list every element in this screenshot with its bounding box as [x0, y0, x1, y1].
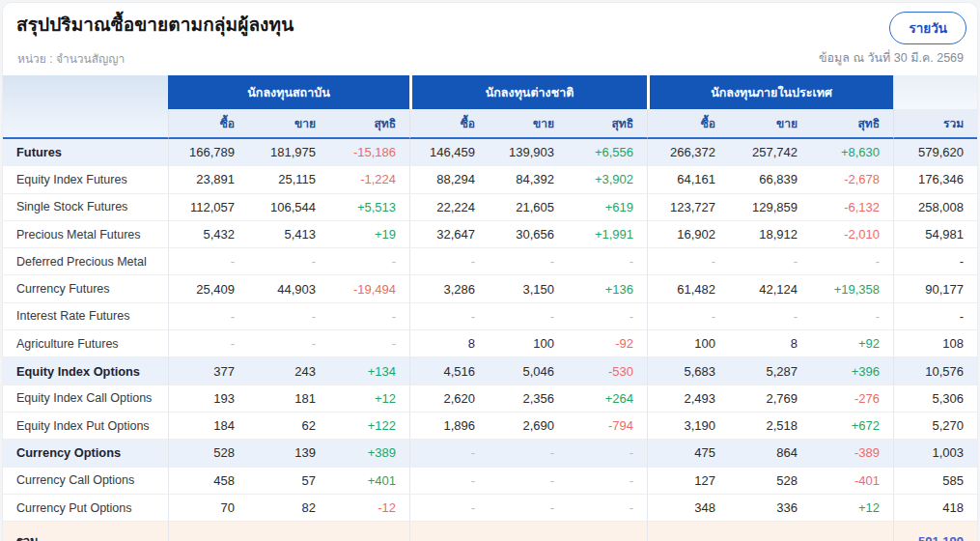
cell-institution-net: -19,494: [329, 275, 409, 302]
table-row: Currency Call Options45857+401---127528-…: [3, 468, 977, 495]
cell-institution-buy: 458: [168, 468, 248, 495]
cell-foreign-net: +6,556: [568, 139, 647, 166]
cell-total: 90,177: [893, 275, 977, 302]
cell-foreign-net: -92: [568, 330, 647, 357]
cell-foreign-net: -: [568, 495, 647, 522]
cell-foreign-sell: [489, 522, 568, 541]
cell-domestic-buy: 64,161: [647, 166, 729, 193]
table-row: Futures166,789181,975-15,186146,459139,9…: [3, 139, 977, 166]
cell-foreign-sell: -: [489, 248, 568, 275]
column-header-foreign-net: สุทธิ: [568, 109, 647, 139]
cell-institution-net: +401: [329, 468, 409, 495]
cell-total: 54,981: [893, 221, 977, 248]
cell-institution-sell: 106,544: [248, 194, 329, 221]
cell-foreign-sell: 21,605: [489, 194, 568, 221]
cell-institution-net: +134: [329, 357, 409, 384]
cell-foreign-buy: 2,620: [409, 385, 489, 413]
cell-domestic-buy: -: [647, 248, 729, 275]
cell-domestic-buy: 3,190: [647, 413, 729, 440]
table-row: Equity Index Put Options18462+1221,8962,…: [3, 413, 977, 440]
investor-group-header-row: นักลงทุนสถาบัน นักลงทุนต่างชาติ นักลงทุน…: [3, 75, 977, 109]
unit-label: หน่วย : จำนวนสัญญา: [17, 49, 125, 68]
cell-domestic-sell: 2,518: [729, 413, 811, 440]
table-row: Currency Options528139+389---475864-3891…: [3, 440, 977, 467]
cell-domestic-buy: [647, 522, 729, 541]
cell-domestic-net: -2,010: [811, 221, 893, 248]
cell-institution-net: -1,224: [329, 166, 409, 193]
cell-domestic-buy: 348: [647, 495, 729, 522]
row-label: Interest Rate Futures: [3, 303, 168, 330]
cell-domestic-buy: 5,683: [647, 357, 729, 384]
table-row: Currency Futures25,40944,903-19,4943,286…: [3, 275, 977, 302]
cell-institution-net: +19: [329, 221, 409, 248]
cell-institution-sell: 62: [248, 413, 329, 440]
cell-foreign-sell: 84,392: [489, 166, 568, 193]
row-label: Equity Index Call Options: [3, 385, 168, 413]
cell-foreign-buy: -: [409, 248, 489, 275]
cell-foreign-buy: 3,286: [409, 275, 489, 302]
cell-foreign-net: -794: [568, 413, 647, 440]
cell-institution-net: +389: [329, 440, 409, 467]
cell-foreign-net: [568, 522, 647, 541]
cell-institution-buy: 5,432: [168, 221, 248, 248]
table-row: Equity Index Options377243+1344,5165,046…: [3, 357, 977, 384]
trading-summary-table: นักลงทุนสถาบัน นักลงทุนต่างชาติ นักลงทุน…: [3, 75, 977, 541]
cell-institution-sell: 5,413: [248, 221, 329, 248]
cell-domestic-net: +8,630: [811, 139, 893, 166]
cell-domestic-sell: 257,742: [729, 139, 811, 166]
table-row: Agriculture Futures---8100-921008+92108: [3, 330, 977, 357]
cell-domestic-buy: 61,482: [647, 275, 729, 302]
cell-institution-sell: 57: [248, 468, 329, 495]
table-row: Precious Metal Futures5,4325,413+1932,64…: [3, 221, 977, 248]
cell-total: 108: [893, 330, 977, 357]
cell-institution-buy: 193: [168, 385, 248, 413]
cell-total: 418: [893, 495, 977, 522]
cell-domestic-sell: -: [729, 248, 811, 275]
column-header-domestic-net: สุทธิ: [811, 109, 893, 139]
cell-institution-buy: 166,789: [168, 139, 248, 166]
row-label: Currency Options: [3, 440, 168, 467]
cell-foreign-buy: 22,224: [409, 194, 489, 221]
column-header-domestic-buy: ซื้อ: [647, 109, 729, 139]
cell-foreign-buy: -: [409, 468, 489, 495]
cell-foreign-sell: 5,046: [489, 357, 568, 384]
cell-institution-buy: 184: [168, 413, 248, 440]
cell-institution-sell: 181: [248, 385, 329, 413]
cell-institution-sell: 181,975: [248, 139, 329, 166]
row-label: Precious Metal Futures: [3, 221, 168, 248]
cell-foreign-buy: -: [409, 303, 489, 330]
daily-button[interactable]: รายวัน: [889, 12, 966, 44]
cell-institution-sell: 25,115: [248, 166, 329, 193]
cell-institution-net: -: [329, 248, 409, 275]
column-header-institution-net: สุทธิ: [329, 109, 409, 139]
column-header-domestic-sell: ขาย: [729, 109, 811, 139]
total-row: รวม591,199: [3, 522, 977, 541]
cell-institution-sell: 44,903: [248, 275, 329, 302]
cell-domestic-net: -2,678: [811, 166, 893, 193]
cell-domestic-net: +12: [811, 495, 893, 522]
cell-domestic-sell: 336: [729, 495, 811, 522]
cell-domestic-buy: 16,902: [647, 221, 729, 248]
cell-domestic-sell: 8: [729, 330, 811, 357]
cell-domestic-sell: 18,912: [729, 221, 811, 248]
cell-total: 579,620: [893, 139, 977, 166]
table-row: Interest Rate Futures----------: [3, 303, 977, 330]
grand-total-value: 591,199: [893, 522, 977, 541]
cell-foreign-sell: -: [489, 495, 568, 522]
row-label: รวม: [3, 522, 168, 541]
cell-domestic-sell: 2,769: [729, 385, 811, 413]
cell-institution-net: +5,513: [329, 194, 409, 221]
cell-institution-buy: 70: [168, 495, 248, 522]
investor-group-header-domestic: นักลงทุนภายในประเทศ: [647, 75, 893, 109]
column-header-total: รวม: [893, 109, 977, 139]
cell-domestic-net: -: [811, 248, 893, 275]
cell-domestic-sell: -: [729, 303, 811, 330]
cell-total: -: [893, 303, 977, 330]
row-label: Equity Index Options: [3, 357, 168, 384]
cell-institution-buy: [168, 522, 248, 541]
cell-institution-buy: -: [168, 303, 248, 330]
row-label: Equity Index Put Options: [3, 413, 168, 440]
cell-institution-net: -15,186: [329, 139, 409, 166]
cell-domestic-buy: -: [647, 303, 729, 330]
cell-institution-sell: -: [248, 330, 329, 357]
